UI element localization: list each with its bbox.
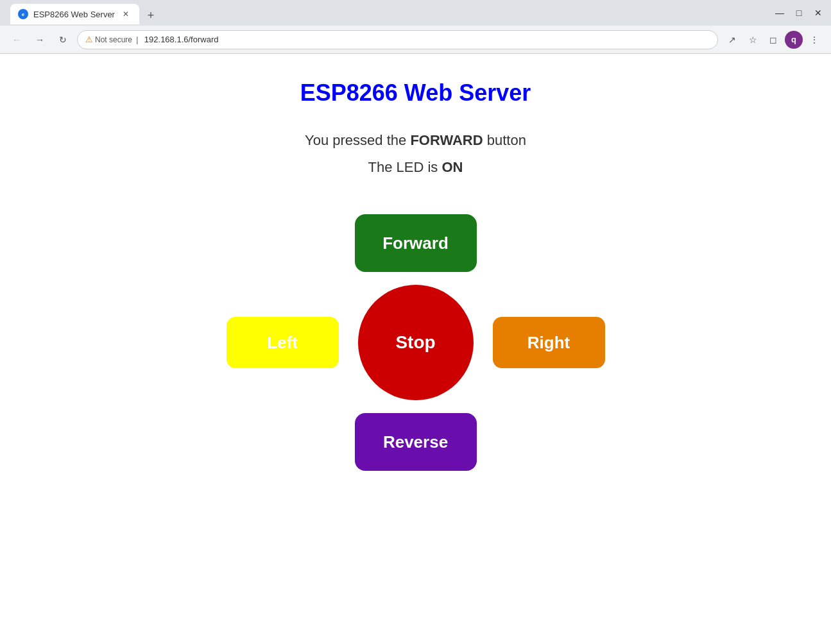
profile-button[interactable]: q [785, 31, 803, 49]
middle-row: Left Stop Right [227, 285, 605, 400]
status-action: FORWARD [410, 132, 483, 148]
bookmark-button[interactable]: ☆ [744, 31, 762, 49]
forward-button[interactable]: Forward [355, 214, 477, 272]
close-button[interactable]: ✕ [810, 5, 826, 21]
led-state: ON [441, 159, 463, 175]
title-bar: e ESP8266 Web Server ✕ + — □ ✕ [0, 0, 831, 26]
forward-row: Forward [355, 214, 477, 272]
warning-icon: ⚠ [85, 35, 93, 44]
url-text: 192.168.1.6/forward [144, 35, 219, 44]
led-prefix: The LED is [368, 159, 442, 175]
status-suffix: button [483, 132, 526, 148]
window-controls: — □ ✕ [772, 5, 826, 21]
reverse-row: Reverse [355, 413, 477, 471]
status-message: You pressed the FORWARD button [305, 132, 526, 149]
maximize-button[interactable]: □ [791, 5, 807, 21]
back-button[interactable]: ← [8, 31, 26, 49]
reverse-button[interactable]: Reverse [355, 413, 477, 471]
status-prefix: You pressed the [305, 132, 410, 148]
led-status: The LED is ON [368, 159, 463, 176]
tab-title: ESP8266 Web Server [33, 10, 115, 19]
menu-button[interactable]: ⋮ [805, 31, 823, 49]
split-button[interactable]: ◻ [764, 31, 782, 49]
active-tab[interactable]: e ESP8266 Web Server ✕ [10, 4, 139, 24]
tab-bar: e ESP8266 Web Server ✕ + [5, 1, 769, 24]
controls-grid: Forward Left Stop Right Reverse [227, 208, 605, 477]
security-indicator: ⚠ Not secure | [85, 35, 141, 44]
left-button[interactable]: Left [227, 317, 339, 368]
tab-close-button[interactable]: ✕ [120, 8, 132, 20]
address-bar[interactable]: ⚠ Not secure | 192.168.1.6/forward [77, 30, 718, 49]
browser-window: e ESP8266 Web Server ✕ + — □ ✕ ← → ↻ ⚠ N… [0, 0, 831, 644]
forward-nav-button[interactable]: → [31, 31, 49, 49]
tab-favicon: e [18, 9, 28, 19]
minimize-button[interactable]: — [772, 5, 787, 21]
omnibar-actions: ↗ ☆ ◻ q ⋮ [723, 31, 823, 49]
page-content: ESP8266 Web Server You pressed the FORWA… [0, 54, 831, 644]
omnibar: ← → ↻ ⚠ Not secure | 192.168.1.6/forward… [0, 26, 831, 54]
new-tab-button[interactable]: + [142, 6, 160, 24]
stop-button[interactable]: Stop [358, 285, 474, 400]
reload-button[interactable]: ↻ [54, 31, 72, 49]
page-title: ESP8266 Web Server [300, 80, 531, 106]
right-button[interactable]: Right [493, 317, 605, 368]
not-secure-label: Not secure [95, 35, 132, 44]
share-button[interactable]: ↗ [723, 31, 741, 49]
